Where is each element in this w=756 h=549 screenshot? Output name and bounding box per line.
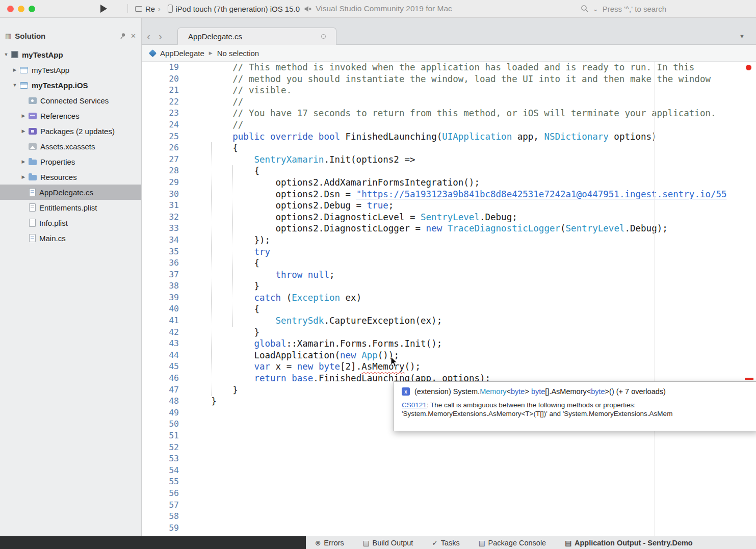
line-number[interactable]: 59 xyxy=(142,522,179,534)
pad-tab-errors[interactable]: ⊗Errors xyxy=(315,539,344,547)
code-line-40[interactable]: 40 { xyxy=(142,303,756,315)
disclosure-expanded-icon[interactable]: ▼ xyxy=(11,83,19,88)
line-number[interactable]: 28 xyxy=(142,165,179,177)
disclosure-collapsed-icon[interactable]: ▶ xyxy=(11,67,19,72)
breadcrumb-selection[interactable]: No selection xyxy=(217,49,259,58)
pad-tab-build-output[interactable]: ▤Build Output xyxy=(363,539,413,547)
disclosure-collapsed-icon[interactable]: ▶ xyxy=(19,159,28,164)
line-number[interactable]: 55 xyxy=(142,476,179,488)
line-number[interactable]: 38 xyxy=(142,280,179,292)
code-line-20[interactable]: 20 // method you should instantiate the … xyxy=(142,73,756,85)
code-line-28[interactable]: 28 { xyxy=(142,165,756,177)
code-line-26[interactable]: 26 { xyxy=(142,142,756,154)
line-number[interactable]: 43 xyxy=(142,338,179,350)
code-line-55[interactable]: 55 xyxy=(142,476,756,488)
line-number[interactable]: 20 xyxy=(142,73,179,85)
pad-tab-package-console[interactable]: ▤Package Console xyxy=(479,539,546,547)
line-number[interactable]: 25 xyxy=(142,131,179,143)
code-line-30[interactable]: 30 options2.Dsn = "https://5a193123a9b84… xyxy=(142,189,756,200)
code-line-22[interactable]: 22 // xyxy=(142,96,756,108)
code-line-38[interactable]: 38 } xyxy=(142,280,756,292)
code-line-24[interactable]: 24 // xyxy=(142,119,756,131)
line-number[interactable]: 31 xyxy=(142,200,179,212)
line-number[interactable]: 23 xyxy=(142,108,179,119)
code-line-31[interactable]: 31 options2.Debug = true; xyxy=(142,200,756,212)
build-config-selector[interactable]: Re › xyxy=(135,5,161,13)
line-number[interactable]: 58 xyxy=(142,511,179,522)
code-line-53[interactable]: 53 xyxy=(142,453,756,465)
code-line-59[interactable]: 59 xyxy=(142,522,756,534)
code-line-23[interactable]: 23 // You have 17 seconds to return from… xyxy=(142,108,756,119)
line-number[interactable]: 57 xyxy=(142,500,179,511)
line-number[interactable]: 30 xyxy=(142,189,179,200)
run-button[interactable] xyxy=(100,5,107,13)
code-line-44[interactable]: 44 LoadApplication(new App()); xyxy=(142,350,756,361)
tree-item-assets-xcassets[interactable]: Assets.xcassets xyxy=(0,139,141,154)
tree-item-entitlements-plist[interactable]: Entitlements.plist xyxy=(0,200,141,215)
line-number[interactable]: 24 xyxy=(142,119,179,131)
tab-list-dropdown-icon[interactable]: ▼ xyxy=(739,33,745,39)
tree-item-main-cs[interactable]: Main.cs xyxy=(0,230,141,246)
code-line-29[interactable]: 29 options2.AddXamarinFormsIntegration()… xyxy=(142,177,756,189)
line-number[interactable]: 26 xyxy=(142,142,179,154)
line-number[interactable]: 41 xyxy=(142,315,179,327)
line-number[interactable]: 56 xyxy=(142,488,179,500)
pad-tab-tasks[interactable]: ✓Tasks xyxy=(432,539,459,547)
line-number[interactable]: 50 xyxy=(142,419,179,430)
tree-item-info-plist[interactable]: Info.plist xyxy=(0,215,141,230)
tree-item-mytestapp[interactable]: ▶myTestApp xyxy=(0,62,141,77)
code-line-34[interactable]: 34 }); xyxy=(142,234,756,246)
tree-item-mytestapp[interactable]: ▼myTestApp xyxy=(0,47,141,62)
code-editor[interactable]: 19 // This method is invoked when the ap… xyxy=(142,62,756,536)
code-line-39[interactable]: 39 catch (Exception ex) xyxy=(142,292,756,304)
tab-appdelegate[interactable]: AppDelegate.cs xyxy=(177,28,336,45)
close-window-button[interactable] xyxy=(7,6,14,12)
pad-tab-application-output-sentry-demo[interactable]: ▤Application Output - Sentry.Demo xyxy=(565,539,693,547)
disclosure-collapsed-icon[interactable]: ▶ xyxy=(19,128,28,134)
tab-modified-indicator[interactable] xyxy=(321,34,326,39)
code-line-52[interactable]: 52 xyxy=(142,442,756,454)
zoom-window-button[interactable] xyxy=(29,6,35,12)
line-number[interactable]: 45 xyxy=(142,361,179,373)
error-code-link[interactable]: CS0121 xyxy=(402,401,427,409)
line-number[interactable]: 29 xyxy=(142,177,179,189)
line-number[interactable]: 54 xyxy=(142,465,179,477)
line-number[interactable]: 39 xyxy=(142,292,179,304)
code-line-54[interactable]: 54 xyxy=(142,465,756,477)
url-link[interactable]: "https://5a193123a9b841bc8d8e42531e7242a… xyxy=(356,189,727,199)
line-number[interactable]: 52 xyxy=(142,442,179,454)
breadcrumb-class[interactable]: AppDelegate xyxy=(160,49,204,58)
line-number[interactable]: 49 xyxy=(142,407,179,419)
tree-item-connected-services[interactable]: Connected Services xyxy=(0,93,141,108)
tree-item-resources[interactable]: ▶Resources xyxy=(0,169,141,185)
disclosure-collapsed-icon[interactable]: ▶ xyxy=(19,113,28,118)
line-number[interactable]: 19 xyxy=(142,62,179,73)
code-line-43[interactable]: 43 global::Xamarin.Forms.Forms.Init(); xyxy=(142,338,756,350)
line-number[interactable]: 51 xyxy=(142,430,179,442)
tree-item-properties[interactable]: ▶Properties xyxy=(0,154,141,169)
navigate-back-button[interactable]: ‹ xyxy=(147,30,150,42)
line-number[interactable]: 22 xyxy=(142,96,179,108)
code-line-25[interactable]: 25 public override bool FinishedLaunchin… xyxy=(142,131,756,143)
device-selector[interactable]: iPod touch (7th generation) iOS 15.0 xyxy=(168,5,300,13)
line-number[interactable]: 53 xyxy=(142,453,179,465)
tree-item-mytestapp-ios[interactable]: ▼myTestApp.iOS xyxy=(0,77,141,93)
code-line-45[interactable]: 45 var x = new byte[2].AsMemory(); xyxy=(142,361,756,373)
line-number[interactable]: 37 xyxy=(142,269,179,281)
code-line-41[interactable]: 41 SentrySdk.CaptureException(ex); xyxy=(142,315,756,327)
disclosure-expanded-icon[interactable]: ▼ xyxy=(2,52,10,57)
code-line-42[interactable]: 42 } xyxy=(142,327,756,338)
code-line-36[interactable]: 36 { xyxy=(142,257,756,269)
line-number[interactable]: 27 xyxy=(142,154,179,166)
minimize-window-button[interactable] xyxy=(18,6,24,12)
code-line-56[interactable]: 56 xyxy=(142,488,756,500)
code-line-58[interactable]: 58 xyxy=(142,511,756,522)
code-line-27[interactable]: 27 SentryXamarin.Init(options2 => xyxy=(142,154,756,166)
code-line-21[interactable]: 21 // visible. xyxy=(142,85,756,96)
line-number[interactable]: 34 xyxy=(142,234,179,246)
line-number[interactable]: 32 xyxy=(142,212,179,223)
code-line-51[interactable]: 51 xyxy=(142,430,756,442)
code-line-33[interactable]: 33 options2.DiagnosticLogger = new Trace… xyxy=(142,223,756,234)
line-number[interactable]: 46 xyxy=(142,373,179,384)
close-pad-icon[interactable]: ✕ xyxy=(131,32,136,40)
